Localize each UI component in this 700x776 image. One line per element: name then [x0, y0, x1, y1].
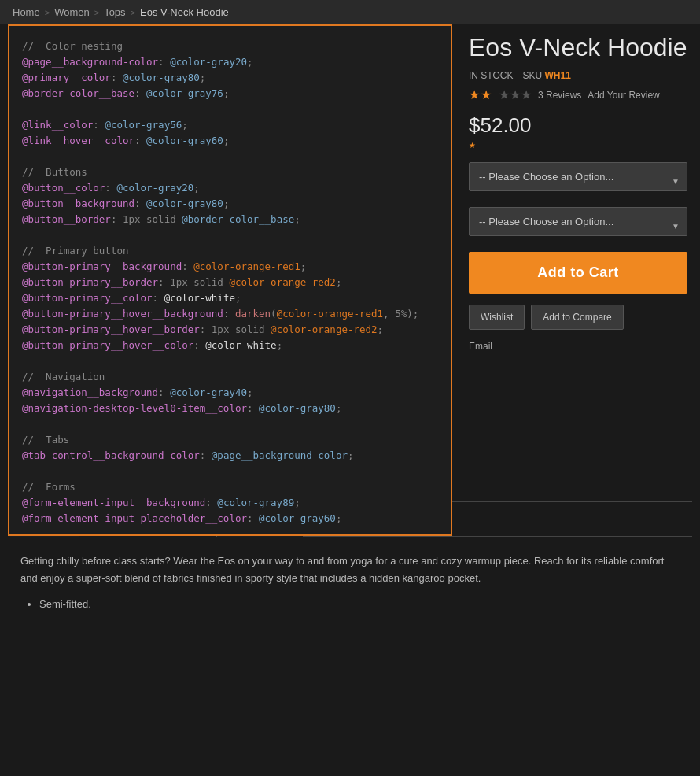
- code-line-5b: @navigation-desktop-level0-item__color: [22, 402, 247, 414]
- breadcrumb-sep-1: >: [45, 8, 50, 17]
- tab-description: Getting chilly before class starts? Wear…: [20, 552, 680, 587]
- sku-value: WH11: [545, 70, 571, 81]
- code-line-4e: @button-primary__hover__border: [22, 323, 200, 335]
- compare-button[interactable]: Add to Compare: [531, 305, 623, 330]
- code-line-4c: @button-primary__color: [22, 292, 153, 304]
- color-select[interactable]: -- Please Choose an Option... Blue Gray …: [469, 207, 687, 236]
- size-select[interactable]: -- Please Choose an Option... XS S M L X…: [469, 162, 687, 191]
- action-row: Wishlist Add to Compare: [469, 305, 687, 330]
- stars-empty: ★★★: [499, 87, 532, 102]
- tab-content: Getting chilly before class starts? Wear…: [8, 537, 692, 631]
- code-comment-4: // Navigation: [22, 371, 105, 382]
- price-star: ★: [469, 141, 687, 150]
- code-line-1b: @primary__color: [22, 72, 111, 83]
- code-comment-3: // Primary button: [22, 245, 128, 257]
- code-line-5a: @navigation__background: [22, 386, 158, 398]
- product-price: $52.00: [469, 113, 687, 138]
- code-line-6a: @tab-control__background-color: [22, 449, 200, 461]
- product-title: Eos V-Neck Hoodie: [469, 32, 687, 62]
- add-review-link[interactable]: Add Your Review: [588, 90, 659, 101]
- product-meta: IN STOCK SKU WH11: [469, 70, 687, 81]
- main-content: // Color nesting @page__background-color…: [0, 24, 700, 366]
- code-line-4d: @button-primary__hover__background: [22, 308, 223, 320]
- code-line-4a: @button-primary__background: [22, 261, 182, 272]
- color-select-wrapper: -- Please Choose an Option... Blue Gray …: [469, 207, 687, 244]
- code-line-1a: @page__background-color: [22, 56, 158, 68]
- code-line-3c: @button__border: [22, 213, 111, 225]
- breadcrumb-home[interactable]: Home: [13, 6, 40, 18]
- reviews-count: 3 Reviews: [538, 90, 581, 101]
- code-comment-5: // Tabs: [22, 434, 69, 445]
- code-line-7b: @form-element-input-placeholder__color: [22, 512, 247, 524]
- rating-row: ★★★★★ 3 Reviews Add Your Review: [469, 87, 687, 102]
- code-line-3a: @button__color: [22, 182, 105, 194]
- code-line-4f: @button-primary__hover__color: [22, 339, 193, 351]
- stars-filled: ★★: [469, 87, 492, 102]
- breadcrumb-tops[interactable]: Tops: [104, 6, 125, 18]
- code-line-2b: @link__hover__color: [22, 135, 134, 146]
- code-line-7a: @form-element-input__background: [22, 497, 205, 508]
- stock-status: IN STOCK: [469, 70, 513, 81]
- code-panel: // Color nesting @page__background-color…: [8, 24, 452, 536]
- breadcrumb-current: Eos V-Neck Hoodie: [140, 6, 229, 18]
- size-select-wrapper: -- Please Choose an Option... XS S M L X…: [469, 162, 687, 199]
- tab-bullet-1: Semi-fitted.: [39, 596, 680, 613]
- sku-label: SKU WH11: [522, 70, 570, 81]
- code-line-3b: @button__background: [22, 198, 134, 209]
- breadcrumb-women[interactable]: Women: [54, 6, 90, 18]
- code-line-1c: @border-color__base: [22, 87, 134, 99]
- wishlist-button[interactable]: Wishlist: [469, 305, 525, 330]
- code-line-4b: @button-primary__border: [22, 276, 158, 288]
- code-line-2a: @link__color: [22, 119, 93, 131]
- code-comment-6: // Forms: [22, 481, 76, 493]
- code-comment-1: // Color nesting: [22, 40, 123, 52]
- breadcrumb: Home > Women > Tops > Eos V-Neck Hoodie: [0, 0, 700, 24]
- breadcrumb-sep-3: >: [131, 8, 135, 17]
- email-link[interactable]: Email: [469, 341, 687, 352]
- breadcrumb-sep-2: >: [94, 8, 99, 17]
- tab-bullets: Semi-fitted.: [39, 596, 680, 613]
- code-comment-2: // Buttons: [22, 166, 87, 178]
- add-to-cart-button[interactable]: Add to Cart: [469, 252, 687, 294]
- product-panel: Eos V-Neck Hoodie IN STOCK SKU WH11 ★★★★…: [456, 24, 700, 366]
